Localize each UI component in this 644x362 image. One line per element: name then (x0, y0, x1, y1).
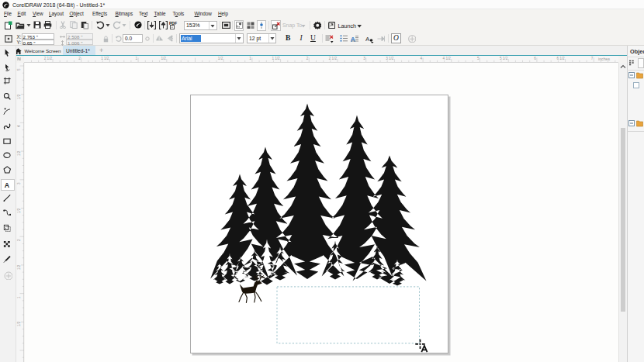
svg-text:A: A (4, 181, 9, 189)
